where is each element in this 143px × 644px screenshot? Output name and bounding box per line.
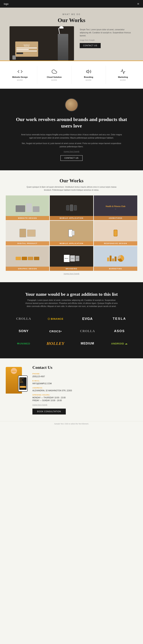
- client-unimed: ✤unimed: [8, 338, 40, 349]
- about-title: Our work revolves around brands and prod…: [12, 116, 131, 129]
- contact-hours: OPENING HOURS: MONDAY — THURSDAY 10:00 -…: [32, 394, 137, 402]
- portfolio-item-5[interactable]: MOBILE APPLICATION: [50, 221, 93, 246]
- portfolio-label-9: MARKETING: [94, 266, 137, 271]
- person-silhouette: [58, 34, 68, 60]
- mug: [12, 56, 16, 60]
- service-marketing: Marketing MORE: [106, 66, 140, 84]
- phone-screen: We are aWebDesignAgency Contact: [19, 378, 27, 390]
- clients-section: Your name would be a great addition to t…: [0, 282, 143, 358]
- service-more-branding[interactable]: MORE: [74, 79, 103, 81]
- portfolio-item-2[interactable]: MOBILE APPLICATION: [50, 196, 93, 220]
- about-section: Our work revolves around brands and prod…: [0, 89, 143, 170]
- contact-info: Contact Us PHONE: (555)123-4567 E-MAIL: …: [32, 365, 137, 414]
- laptop-screen: Dreadlocks &Weave Spa: [15, 42, 38, 57]
- contact-phone: PHONE: (555)123-4567: [32, 373, 137, 378]
- service-name-marketing: Marketing: [109, 76, 137, 78]
- portfolio-item-8[interactable]: SOLO+ SOLO SOLO BRANDING: [50, 246, 93, 271]
- about-circle-image: [65, 98, 78, 112]
- hero-label: WHAT WE DO: [10, 13, 133, 16]
- portfolio-label-4: DIGITAL PRODUCT: [6, 241, 49, 246]
- client-crolla-2: CROLLA: [72, 326, 103, 336]
- portfolio-item-6[interactable]: RESPONSIVE DESIGN: [94, 221, 137, 246]
- portfolio-label-3: ANIMATIONS: [94, 216, 137, 220]
- about-para-2: Nec, feugiat nisl pretium fusce id, just…: [19, 142, 124, 148]
- client-crolla-1: CROLLA: [8, 314, 40, 324]
- client-name-asos: asos: [114, 329, 125, 333]
- about-image-credit: Images from Freepik: [12, 150, 131, 152]
- client-name-crolla-2: CROLLA: [80, 329, 95, 333]
- contact-email: E-MAIL: INFO@SAMPLE.COM: [32, 380, 137, 385]
- contact-section: We are aWebDesignAgency Contact Contact …: [0, 358, 143, 421]
- client-name-crolla-1: CROLLA: [16, 317, 31, 321]
- portfolio-label-7: GRAPHIC DESIGN: [6, 266, 49, 271]
- hours-label: OPENING HOURS:: [32, 394, 137, 396]
- portfolio-label-6: RESPONSIVE DESIGN: [94, 241, 137, 246]
- portfolio-item-1[interactable]: WEBSITE DESIGN: [6, 196, 49, 220]
- hero-content: Dreadlocks &Weave Spa Simple Text. Lorem…: [10, 26, 133, 60]
- service-website-design: Website Design MORE: [3, 66, 37, 84]
- services-section: Website Design MORE Cloud Solution MORE …: [0, 60, 143, 89]
- navigation: logo ≡: [0, 0, 143, 8]
- about-contact-button[interactable]: CONTACT US: [60, 155, 83, 161]
- client-name-evga: EVGA: [82, 317, 93, 321]
- portfolio-item-3[interactable]: Health & Fitness Club··· ANIMATIONS: [94, 196, 137, 220]
- contact-address: ADDRESS: ALEXANDRIA, 32 WASHINGTON STR, …: [32, 387, 137, 392]
- client-name-holley: Holley: [47, 341, 64, 346]
- menu-icon[interactable]: ≡: [137, 2, 139, 6]
- clients-title: Your name would be a great addition to t…: [8, 292, 135, 297]
- footer-text: Sample Text. Click to select the Text El…: [54, 423, 89, 425]
- hero-section: WHAT WE DO Our Works Dreadlocks &Weave S…: [0, 8, 143, 60]
- service-cloud: Cloud Solution MORE: [37, 66, 72, 84]
- client-crocs: crocs•: [40, 326, 72, 336]
- hero-right: Simple Text. Lorem ipsum dolor sit amet,…: [80, 26, 133, 48]
- portfolio-label-8: BRANDING: [50, 266, 93, 271]
- portfolio-description: Quam quisque id diam vel quam elementum.…: [26, 186, 117, 192]
- client-holley: Holley: [40, 338, 72, 349]
- book-consultation-button[interactable]: BOOK CONSULTATION: [32, 408, 66, 414]
- client-name-medium: Medium: [81, 342, 94, 345]
- portfolio-item-7[interactable]: GRAPHIC DESIGN: [6, 246, 49, 271]
- client-sony: SONY: [8, 326, 40, 336]
- megaphone-icon: [85, 69, 92, 74]
- portfolio-credit: Images from Freepik: [6, 273, 137, 274]
- client-name-tesla: TESLA: [113, 317, 126, 321]
- hero-image: Dreadlocks &Weave Spa: [10, 26, 74, 60]
- portfolio-grid: WEBSITE DESIGN MOBILE APPLICATION Health…: [6, 196, 137, 271]
- clients-grid: CROLLA BINANCE EVGA TESLA SONY crocs• CR…: [8, 314, 135, 349]
- service-more-website[interactable]: MORE: [6, 79, 34, 81]
- client-name-crocs: crocs•: [49, 330, 62, 333]
- hero-title: Our Works: [10, 17, 133, 24]
- hours-value-2: FRIDAY — SUNDAY 10:00 - 19:00: [32, 399, 137, 402]
- email-label: E-MAIL:: [32, 380, 137, 382]
- service-name-cloud: Cloud Solution: [40, 76, 68, 78]
- svg-marker-0: [86, 70, 88, 73]
- client-name-android: android ☁: [111, 342, 127, 345]
- service-more-marketing[interactable]: MORE: [109, 79, 137, 81]
- contact-person-image: We are aWebDesignAgency Contact: [6, 365, 29, 394]
- glasses-icon: [12, 371, 16, 372]
- portfolio-label-5: MOBILE APPLICATION: [50, 241, 93, 246]
- client-android: android ☁: [103, 338, 135, 349]
- phone-mockup: We are aWebDesignAgency Contact: [18, 376, 28, 392]
- service-more-cloud[interactable]: MORE: [40, 79, 68, 81]
- address-value: ALEXANDRIA, 32 WASHINGTON STR, 22303: [32, 389, 137, 392]
- contact-title: Contact Us: [32, 365, 137, 370]
- client-tesla: TESLA: [103, 314, 135, 324]
- service-name-website: Website Design: [6, 76, 34, 78]
- email-value: INFO@SAMPLE.COM: [32, 382, 137, 385]
- portfolio-title: Our Works: [6, 178, 137, 184]
- client-name-sony: SONY: [19, 329, 29, 333]
- service-branding: Branding MORE: [72, 66, 106, 84]
- portfolio-item-4[interactable]: DIGITAL PRODUCT: [6, 221, 49, 246]
- clients-description: Paragraph. Lorem ipsum dolor sit amet, c…: [24, 299, 119, 308]
- footer-note: Sample Text. Click to select the Text El…: [0, 421, 143, 426]
- contact-button[interactable]: CONTACT US: [80, 43, 101, 48]
- logo: logo: [4, 2, 9, 5]
- portfolio-item-9[interactable]: MARKETING: [94, 246, 137, 271]
- client-name-binance: BINANCE: [48, 318, 64, 320]
- phone-label: PHONE:: [32, 373, 137, 375]
- about-para-1: Amet luctus venenatis lectus magna fring…: [19, 133, 124, 140]
- hours-value-1: MONDAY — THURSDAY 10:00 - 23:00: [32, 396, 137, 399]
- portfolio-section: Our Works Quam quisque id diam vel quam …: [0, 170, 143, 282]
- phone-value: (555)123-4567: [32, 375, 137, 378]
